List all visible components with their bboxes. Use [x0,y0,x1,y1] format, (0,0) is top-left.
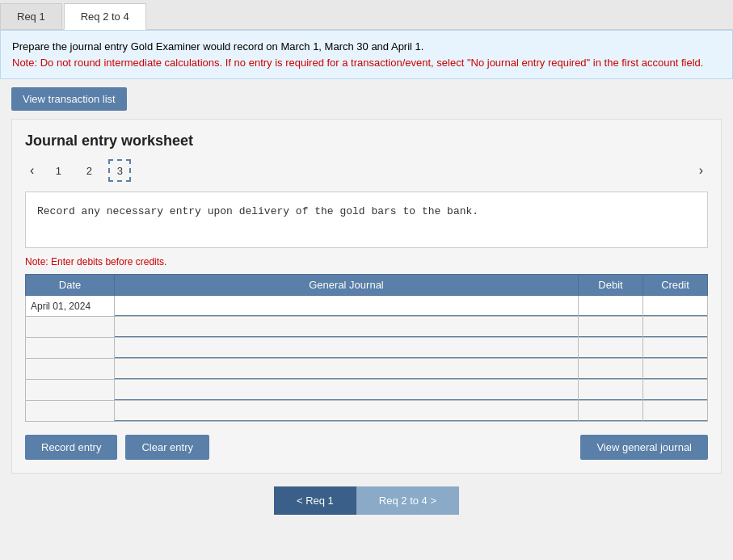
credit-cell-1[interactable] [643,296,708,317]
debits-note: Note: Enter debits before credits. [25,256,708,267]
debit-cell-2[interactable] [579,317,643,338]
info-main-text: Prepare the journal entry Gold Examiner … [12,40,423,53]
description-box: Record any necessary entry upon delivery… [25,192,708,248]
credit-cell-3[interactable] [643,338,708,359]
debit-cell-4[interactable] [579,359,643,380]
col-header-general-journal: General Journal [115,275,579,296]
debit-input-2[interactable] [579,317,642,337]
journal-cell-4[interactable] [115,359,579,380]
debit-input-5[interactable] [579,380,642,400]
clear-entry-button[interactable]: Clear entry [125,435,209,460]
journal-input-2[interactable] [115,317,578,337]
journal-cell-1[interactable] [115,296,579,317]
info-box: Prepare the journal entry Gold Examiner … [0,30,733,79]
journal-cell-5[interactable] [115,380,579,401]
tab-req1[interactable]: Req 1 [0,3,62,29]
credit-cell-5[interactable] [643,380,708,401]
view-general-journal-button[interactable]: View general journal [580,435,708,460]
date-cell-4 [26,359,115,380]
page-navigation: ‹ 1 2 3 › [25,159,708,182]
credit-input-1[interactable] [643,296,707,316]
page-2[interactable]: 2 [78,159,100,182]
col-header-credit: Credit [643,275,708,296]
credit-cell-4[interactable] [643,359,708,380]
record-entry-button[interactable]: Record entry [25,435,117,460]
credit-input-6[interactable] [643,401,707,421]
date-cell-3 [26,338,115,359]
credit-input-3[interactable] [643,338,707,358]
worksheet-container: Journal entry worksheet ‹ 1 2 3 › Record… [11,119,722,474]
debit-input-3[interactable] [579,338,642,358]
col-header-date: Date [26,275,115,296]
table-row [26,338,708,359]
view-transaction-button[interactable]: View transaction list [11,87,127,111]
debit-cell-1[interactable] [579,296,643,317]
date-cell-1: April 01, 2024 [26,296,115,317]
journal-input-5[interactable] [115,380,578,400]
journal-input-3[interactable] [115,338,578,358]
journal-input-4[interactable] [115,359,578,379]
tab-bar: Req 1 Req 2 to 4 [0,0,733,30]
table-row [26,401,708,422]
debit-input-4[interactable] [579,359,642,379]
journal-input-6[interactable] [115,401,578,421]
col-header-debit: Debit [579,275,643,296]
prev-page-arrow[interactable]: ‹ [25,162,39,179]
debit-cell-5[interactable] [579,380,643,401]
journal-table: Date General Journal Debit Credit April … [25,274,708,422]
table-row [26,380,708,401]
date-cell-5 [26,380,115,401]
credit-input-4[interactable] [643,359,707,379]
footer-navigation: < Req 1 Req 2 to 4 > [0,486,733,515]
tab-req2to4[interactable]: Req 2 to 4 [64,3,146,30]
date-cell-6 [26,401,115,422]
footer-next-button[interactable]: Req 2 to 4 > [356,486,459,515]
footer-prev-button[interactable]: < Req 1 [274,486,356,515]
debit-cell-3[interactable] [579,338,643,359]
credit-cell-2[interactable] [643,317,708,338]
table-row [26,317,708,338]
debit-cell-6[interactable] [579,401,643,422]
table-row: April 01, 2024 [26,296,708,317]
credit-cell-6[interactable] [643,401,708,422]
debit-input-6[interactable] [579,401,642,421]
worksheet-title: Journal entry worksheet [25,133,708,149]
action-buttons: Record entry Clear entry View general jo… [25,435,708,460]
journal-cell-2[interactable] [115,317,579,338]
credit-input-5[interactable] [643,380,707,400]
description-text: Record any necessary entry upon delivery… [37,205,478,217]
next-page-arrow[interactable]: › [694,162,708,179]
journal-input-1[interactable] [115,296,578,316]
page-3[interactable]: 3 [108,159,131,182]
debit-input-1[interactable] [579,296,642,316]
credit-input-2[interactable] [643,317,707,337]
page-1[interactable]: 1 [47,159,70,182]
info-note-text: Note: Do not round intermediate calculat… [12,57,703,69]
journal-cell-3[interactable] [115,338,579,359]
date-cell-2 [26,317,115,338]
table-row [26,359,708,380]
journal-cell-6[interactable] [115,401,579,422]
